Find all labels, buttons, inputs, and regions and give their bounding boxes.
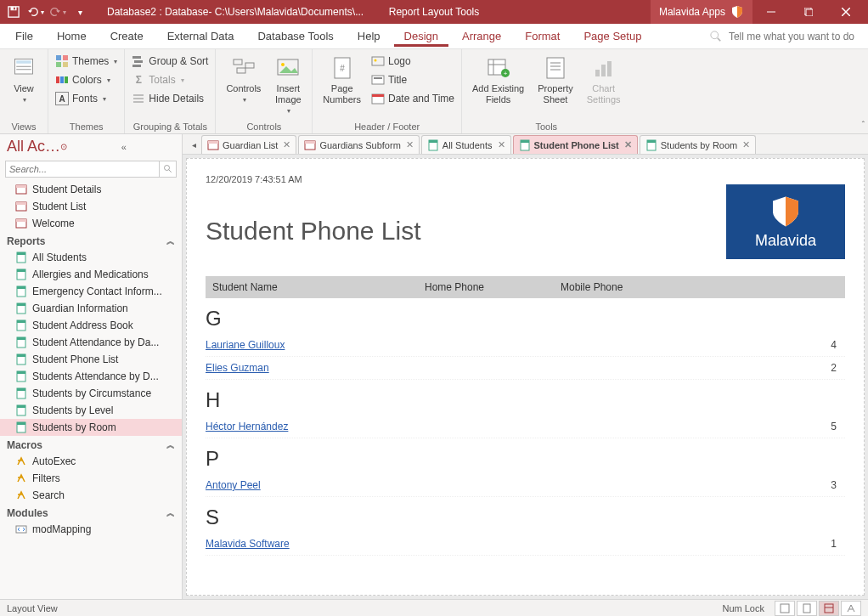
nav-report-item[interactable]: Student Phone List — [0, 351, 182, 368]
document-tab[interactable]: Guardian List✕ — [201, 135, 296, 154]
nav-macro-item[interactable]: Search — [0, 487, 182, 504]
svg-rect-86 — [305, 141, 315, 144]
menu-page-setup[interactable]: Page Setup — [573, 26, 651, 46]
nav-report-item[interactable]: Student Address Book — [0, 317, 182, 334]
nav-report-item[interactable]: Students by Level — [0, 402, 182, 419]
hide-details-button[interactable]: Hide Details — [132, 90, 208, 107]
add-fields-button[interactable]: +Add Existing Fields — [469, 53, 527, 107]
svg-point-8 — [711, 31, 719, 38]
layout-view-button[interactable] — [819, 601, 839, 616]
tell-me-search[interactable]: Tell me what you want to do — [655, 31, 863, 42]
nav-macro-item[interactable]: AutoExec — [0, 453, 182, 470]
nav-report-item[interactable]: Students Attendance by D... — [0, 368, 182, 385]
close-tab-icon[interactable]: ✕ — [624, 139, 632, 150]
nav-module-item[interactable]: modMapping — [0, 521, 182, 538]
nav-category-macros[interactable]: Macros︽ — [0, 436, 182, 453]
nav-pane-collapse-icon[interactable]: « — [121, 142, 175, 152]
logo-button[interactable]: Logo — [371, 53, 454, 70]
nav-report-item[interactable]: Students by Room — [0, 419, 182, 436]
nav-report-item[interactable]: All Students — [0, 249, 182, 266]
nav-category-modules[interactable]: Modules︽ — [0, 504, 182, 521]
menu-database-tools[interactable]: Database Tools — [247, 26, 343, 46]
document-tab[interactable]: Student Phone List✕ — [513, 135, 638, 154]
row-number: 4 — [831, 339, 845, 351]
student-name-link[interactable]: Malavida Software — [206, 538, 290, 550]
nav-form-item[interactable]: Student Details — [0, 181, 182, 198]
colors-button[interactable]: Colors▾ — [55, 71, 117, 88]
totals-button[interactable]: ΣTotals▾ — [132, 71, 208, 88]
menu-file[interactable]: File — [5, 26, 43, 46]
close-tab-icon[interactable]: ✕ — [283, 139, 290, 150]
nav-item-label: Students by Level — [32, 404, 113, 416]
page-numbers-button[interactable]: #Page Numbers — [319, 53, 364, 107]
report-view-button[interactable] — [775, 601, 795, 616]
nav-form-item[interactable]: Welcome — [0, 215, 182, 232]
property-sheet-button[interactable]: Property Sheet — [534, 53, 577, 107]
controls-button[interactable]: Controls▾ — [223, 53, 264, 106]
fonts-button[interactable]: AFonts▾ — [55, 90, 117, 107]
close-tab-icon[interactable]: ✕ — [742, 139, 750, 150]
report-canvas[interactable]: 12/20/2019 7:43:51 AM Malavida Student P… — [183, 155, 868, 599]
app-badge[interactable]: Malavida Apps — [651, 0, 752, 24]
search-icon[interactable] — [159, 161, 176, 177]
menu-home[interactable]: Home — [47, 26, 97, 46]
report-row[interactable]: Héctor Hernández5 — [206, 415, 845, 438]
nav-report-item[interactable]: Student Attendance by Da... — [0, 334, 182, 351]
close-button[interactable] — [827, 0, 865, 24]
title-button[interactable]: Title — [371, 71, 454, 88]
student-name-link[interactable]: Héctor Hernández — [206, 421, 288, 432]
nav-report-item[interactable]: Guardian Information — [0, 300, 182, 317]
report-row[interactable]: Lauriane Guilloux4 — [206, 334, 845, 357]
customize-qat-icon[interactable]: ▾ — [70, 3, 90, 21]
report-icon — [15, 387, 27, 399]
nav-item-label: Welcome — [32, 218, 75, 229]
themes-button[interactable]: Themes▾ — [55, 53, 117, 70]
student-name-link[interactable]: Lauriane Guilloux — [206, 339, 285, 351]
property-sheet-icon — [542, 54, 569, 82]
report-row[interactable]: Elies Guzman2 — [206, 357, 845, 380]
minimize-button[interactable] — [752, 0, 790, 24]
tab-scroll-left-icon[interactable]: ◂ — [186, 135, 201, 154]
save-icon[interactable] — [3, 3, 24, 21]
menu-arrange[interactable]: Arrange — [452, 26, 511, 46]
menu-help[interactable]: Help — [347, 26, 391, 46]
student-name-link[interactable]: Antony Peel — [206, 479, 261, 491]
report-row[interactable]: Antony Peel3 — [206, 474, 845, 497]
close-tab-icon[interactable]: ✕ — [406, 139, 414, 150]
nav-form-item[interactable]: Student List — [0, 198, 182, 215]
nav-search-input[interactable] — [6, 164, 159, 174]
nav-category-reports[interactable]: Reports︽ — [0, 232, 182, 249]
print-preview-button[interactable] — [797, 601, 817, 616]
design-view-button[interactable] — [841, 601, 861, 616]
nav-report-item[interactable]: Emergency Contact Inform... — [0, 283, 182, 300]
macro-icon — [15, 455, 27, 467]
document-tab[interactable]: All Students✕ — [421, 135, 511, 154]
maximize-button[interactable] — [790, 0, 827, 24]
student-name-link[interactable]: Elies Guzman — [206, 362, 269, 374]
nav-report-item[interactable]: Students by Circumstance — [0, 385, 182, 402]
document-tab[interactable]: Guardians Subform✕ — [298, 135, 419, 154]
close-tab-icon[interactable]: ✕ — [498, 139, 505, 150]
menu-external-data[interactable]: External Data — [157, 26, 245, 46]
menu-create[interactable]: Create — [100, 26, 154, 46]
svg-rect-2 — [14, 8, 15, 10]
view-button[interactable]: View▾ — [7, 53, 41, 106]
group-sort-button[interactable]: Group & Sort — [132, 53, 208, 70]
undo-icon[interactable]: ▾ — [25, 3, 46, 21]
tab-label: Guardian List — [223, 140, 278, 150]
collapse-ribbon-icon[interactable]: ˆ — [862, 121, 865, 130]
report-row[interactable]: Malavida Software1 — [206, 533, 845, 556]
insert-image-button[interactable]: Insert Image▾ — [271, 53, 305, 117]
nav-pane-header[interactable]: All Access Obje… ⊙ « — [0, 134, 182, 159]
nav-pane-dropdown-icon[interactable]: ⊙ — [60, 142, 114, 151]
redo-icon[interactable]: ▾ — [48, 3, 68, 21]
date-time-button[interactable]: Date and Time — [371, 90, 454, 107]
document-tab[interactable]: Students by Room✕ — [640, 135, 757, 154]
report-surface[interactable]: 12/20/2019 7:43:51 AM Malavida Student P… — [186, 158, 865, 596]
menu-design[interactable]: Design — [394, 26, 448, 47]
chart-settings-button[interactable]: Chart Settings — [583, 53, 624, 107]
nav-macro-item[interactable]: Filters — [0, 470, 182, 487]
report-logo: Malavida — [726, 184, 845, 259]
menu-format[interactable]: Format — [515, 26, 570, 46]
nav-report-item[interactable]: Allergies and Medications — [0, 266, 182, 283]
